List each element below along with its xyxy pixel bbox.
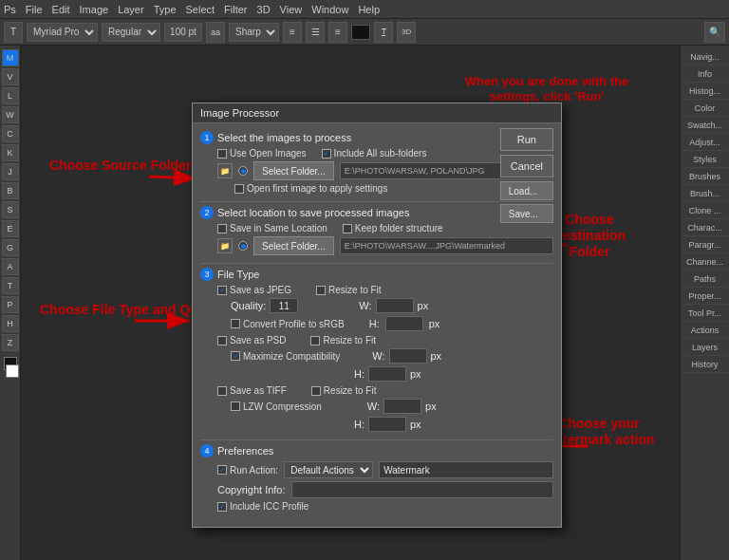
save-jpeg-label[interactable]: Save as JPEG [217,285,291,295]
panel-history[interactable]: History [682,357,727,373]
panel-histogram[interactable]: Histog... [682,84,727,100]
include-subfolders-checkbox[interactable] [322,149,331,159]
tool-gradient[interactable]: G [2,239,19,256]
tool-stamp[interactable]: S [2,201,19,218]
menu-layer[interactable]: Layer [118,4,144,15]
tool-zoom[interactable]: Z [2,334,19,351]
menu-window[interactable]: Window [311,4,348,15]
icc-checkbox[interactable] [217,502,227,512]
open-first-label[interactable]: Open first image to apply settings [234,183,387,194]
font-family-select[interactable]: Myriad Pro [27,23,98,42]
convert-profile-checkbox[interactable] [231,319,240,328]
menu-select[interactable]: Select [186,4,215,15]
run-action-checkbox[interactable] [217,465,227,475]
menu-file[interactable]: File [26,4,43,15]
maximize-compat-label[interactable]: Maximize Compatibility [231,351,340,362]
use-open-images-checkbox[interactable] [217,149,227,159]
tool-select[interactable]: V [2,68,19,85]
tool-eraser[interactable]: E [2,220,19,237]
tool-crop[interactable]: C [2,125,19,142]
keep-structure-checkbox[interactable] [343,224,352,233]
save-jpeg-checkbox[interactable] [217,286,227,295]
resize-fit-tiff-checkbox[interactable] [311,386,321,396]
sharpness-select[interactable]: Sharp [229,23,279,42]
panel-color[interactable]: Color [682,101,727,117]
tool-wand[interactable]: W [2,106,19,123]
tool-move[interactable]: M [2,49,19,66]
panel-styles[interactable]: Styles [682,152,727,168]
3d-icon[interactable]: 3D [397,22,416,43]
tool-pen[interactable]: P [2,296,19,313]
panel-swatches[interactable]: Swatch... [682,118,727,134]
maximize-compat-checkbox[interactable] [231,351,240,361]
save-psd-checkbox[interactable] [217,336,227,345]
color-swatch[interactable] [351,25,370,40]
save-tiff-label[interactable]: Save as TIFF [217,385,287,396]
panel-channels[interactable]: Channe... [682,254,727,271]
keep-structure-label[interactable]: Keep folder structure [343,223,443,233]
save-button[interactable]: Save... [500,204,553,223]
tool-hand[interactable]: H [2,315,19,332]
run-action-label[interactable]: Run Action: [217,465,278,476]
cancel-button[interactable]: Cancel [500,155,553,177]
save-psd-label[interactable]: Save as PSD [217,335,286,345]
tool-path[interactable]: A [2,258,19,275]
panel-info[interactable]: Info [682,66,727,83]
search-icon[interactable]: 🔍 [704,22,725,43]
menu-3d[interactable]: 3D [257,4,271,15]
menu-view[interactable]: View [280,4,303,15]
warp-icon[interactable]: T̲ [374,22,393,43]
convert-profile-label[interactable]: Convert Profile to sRGB [231,319,345,329]
quality-input[interactable] [270,298,298,313]
font-size-input[interactable] [164,23,202,42]
width-input-psd[interactable] [389,348,427,364]
font-style-select[interactable]: Regular [102,23,160,42]
panel-paragraph[interactable]: Paragr... [682,237,727,253]
menu-image[interactable]: Image [80,4,109,15]
panel-character[interactable]: Charac... [682,220,727,236]
background-color[interactable] [6,364,19,378]
tool-text[interactable]: T [2,277,19,294]
height-input-psd[interactable] [368,366,406,382]
tool-lasso[interactable]: L [2,87,19,104]
resize-fit-psd-checkbox[interactable] [310,336,320,345]
action-set-select[interactable]: Default Actions [284,461,373,478]
run-button[interactable]: Run [500,128,553,151]
dest-select-folder-radio[interactable] [238,241,248,251]
include-subfolders-label[interactable]: Include All sub-folders [322,148,427,159]
menu-type[interactable]: Type [154,4,177,15]
align-right-icon[interactable]: ≡ [328,22,347,43]
save-same-label[interactable]: Save in Same Location [217,223,327,233]
resize-fit-jpeg-label[interactable]: Resize to Fit [316,285,382,295]
load-button[interactable]: Load... [500,181,553,200]
resize-fit-jpeg-checkbox[interactable] [316,286,326,295]
tool-heal[interactable]: J [2,163,19,180]
copyright-input[interactable] [291,481,553,498]
panel-tool-presets[interactable]: Tool Pr... [682,306,727,322]
tool-brush[interactable]: B [2,182,19,199]
source-select-folder-button[interactable]: Select Folder... [253,161,334,180]
menu-ps[interactable]: Ps [4,4,16,15]
panel-properties[interactable]: Proper... [682,289,727,305]
lzw-checkbox[interactable] [231,401,240,411]
menu-edit[interactable]: Edit [52,4,70,15]
panel-brushes[interactable]: Brushes [682,169,727,185]
open-first-checkbox[interactable] [234,184,244,194]
align-center-icon[interactable]: ☰ [306,22,325,43]
height-input-jpeg[interactable] [385,316,423,331]
align-left-icon[interactable]: ≡ [283,22,302,43]
width-input-jpeg[interactable] [376,298,414,313]
panel-clone[interactable]: Clone ... [682,203,727,219]
save-tiff-checkbox[interactable] [217,386,227,396]
menu-help[interactable]: Help [358,4,380,15]
panel-brush-settings[interactable]: Brush... [682,186,727,202]
icc-label[interactable]: Include ICC Profile [217,501,308,512]
action-name-input[interactable] [379,461,553,478]
menu-filter[interactable]: Filter [224,4,247,15]
dest-select-folder-button[interactable]: Select Folder... [253,236,334,255]
panel-navigator[interactable]: Navig... [682,49,727,65]
panel-layers[interactable]: Layers [682,340,727,356]
lzw-label[interactable]: LZW Compression [231,401,322,412]
tool-eyedrop[interactable]: K [2,144,19,161]
save-same-checkbox[interactable] [217,224,227,233]
